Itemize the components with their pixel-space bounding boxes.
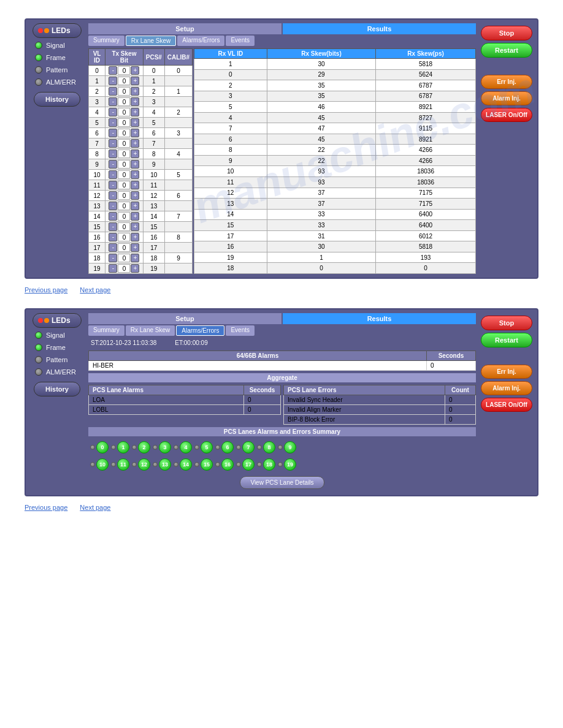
- lane-dot[interactable]: 9: [284, 441, 296, 453]
- history-button-2[interactable]: History: [34, 382, 80, 396]
- stepper-minus[interactable]: -: [109, 264, 117, 273]
- stepper-minus[interactable]: -: [109, 77, 117, 85]
- stepper-plus[interactable]: +: [131, 139, 139, 148]
- stepper-minus[interactable]: -: [109, 202, 117, 210]
- view-pcs-button[interactable]: View PCS Lane Details: [240, 476, 324, 489]
- leds-button-1[interactable]: LEDs: [33, 23, 82, 38]
- stepper-minus[interactable]: -: [109, 139, 117, 148]
- stepper-minus[interactable]: -: [109, 233, 117, 241]
- stepper-minus[interactable]: -: [109, 160, 117, 169]
- tab-events-1[interactable]: Events: [226, 36, 255, 46]
- stepper-plus[interactable]: +: [131, 129, 139, 137]
- lane-dot[interactable]: 10: [96, 458, 109, 471]
- history-button-1[interactable]: History: [34, 92, 80, 107]
- stepper-plus[interactable]: +: [131, 264, 139, 273]
- stepper-minus[interactable]: -: [109, 97, 117, 106]
- err-inj-button-2[interactable]: Err Inj.: [481, 365, 532, 379]
- laser-onoff-button-1[interactable]: LASER On/Off: [481, 108, 532, 122]
- sidebar-item-frame-2[interactable]: Frame: [33, 343, 82, 352]
- lane-dot[interactable]: 6: [221, 441, 234, 453]
- restart-button-2[interactable]: Restart: [481, 333, 532, 347]
- tab-alarms-1[interactable]: Alarms/Errors: [177, 36, 224, 46]
- stop-button-1[interactable]: Stop: [481, 26, 532, 40]
- footer-1-link2[interactable]: Next page: [80, 286, 110, 294]
- sidebar-item-almerr-1[interactable]: ALM/ERR: [33, 77, 82, 87]
- stepper-plus[interactable]: +: [131, 77, 139, 85]
- lane-dot[interactable]: 4: [180, 441, 192, 453]
- lane-dot[interactable]: 12: [138, 458, 150, 471]
- stepper-plus[interactable]: +: [131, 233, 139, 241]
- stepper-minus[interactable]: -: [109, 222, 117, 231]
- footer-1-link1[interactable]: Previous page: [25, 286, 67, 294]
- restart-button-1[interactable]: Restart: [481, 43, 532, 58]
- alarm-inj-button-2[interactable]: Alarm Inj.: [481, 381, 532, 395]
- stepper-plus[interactable]: +: [131, 243, 139, 252]
- stepper-plus[interactable]: +: [131, 222, 139, 231]
- footer-2-link1[interactable]: Previous page: [25, 504, 67, 511]
- stepper-minus[interactable]: -: [109, 191, 117, 200]
- lane-dot[interactable]: 3: [159, 441, 171, 453]
- stop-button-2[interactable]: Stop: [481, 316, 532, 330]
- stepper-minus[interactable]: -: [109, 212, 117, 221]
- lane-dot[interactable]: 17: [242, 458, 255, 471]
- footer-2-link2[interactable]: Next page: [80, 504, 110, 511]
- stepper-plus[interactable]: +: [131, 150, 139, 158]
- lane-radio: [257, 445, 262, 450]
- stepper-plus[interactable]: +: [131, 118, 139, 127]
- tab-alarms-2[interactable]: Alarms/Errors: [176, 325, 224, 336]
- tab-events-2[interactable]: Events: [226, 325, 255, 336]
- lane-dot[interactable]: 16: [221, 458, 234, 471]
- stepper-plus[interactable]: +: [131, 108, 139, 116]
- sidebar-item-pattern-1[interactable]: Pattern: [33, 65, 82, 75]
- lane-dot[interactable]: 19: [284, 458, 296, 471]
- lane-dot[interactable]: 13: [159, 458, 171, 471]
- stepper-plus[interactable]: +: [131, 212, 139, 221]
- lobl-label: LOBL: [89, 405, 243, 414]
- lane-dot[interactable]: 8: [263, 441, 275, 453]
- stepper-minus[interactable]: -: [109, 254, 117, 262]
- sidebar-item-signal-1[interactable]: Signal: [33, 40, 82, 50]
- sidebar-item-frame-1[interactable]: Frame: [33, 53, 82, 63]
- stepper-plus[interactable]: +: [131, 170, 139, 179]
- stepper-minus[interactable]: -: [109, 181, 117, 189]
- lane-dot[interactable]: 15: [201, 458, 213, 471]
- sidebar-item-almerr-2[interactable]: ALM/ERR: [33, 367, 82, 377]
- laser-onoff-button-2[interactable]: LASER On/Off: [481, 398, 532, 412]
- stepper-plus[interactable]: +: [131, 254, 139, 262]
- sidebar-item-pattern-2[interactable]: Pattern: [33, 355, 82, 365]
- stepper-minus[interactable]: -: [109, 129, 117, 137]
- stepper-plus[interactable]: +: [131, 66, 139, 75]
- sidebar-item-signal-2[interactable]: Signal: [33, 330, 82, 340]
- err-inj-button-1[interactable]: Err Inj.: [481, 75, 532, 89]
- lane-dot[interactable]: 2: [138, 441, 150, 453]
- lane-dot[interactable]: 5: [201, 441, 213, 453]
- lane-radio: [278, 462, 283, 467]
- lane-dot[interactable]: 7: [242, 441, 255, 453]
- stepper-minus[interactable]: -: [109, 170, 117, 179]
- tab-summary-2[interactable]: Summary: [88, 325, 124, 336]
- stepper-minus[interactable]: -: [109, 243, 117, 252]
- stepper-plus[interactable]: +: [131, 87, 139, 96]
- lane-dot[interactable]: 1: [117, 441, 129, 453]
- stepper-plus[interactable]: +: [131, 160, 139, 169]
- leds-button-2[interactable]: LEDs: [33, 313, 82, 328]
- stepper-plus[interactable]: +: [131, 191, 139, 200]
- stepper-plus[interactable]: +: [131, 202, 139, 210]
- tab-rx-lane-skew-1[interactable]: Rx Lane Skew: [126, 36, 176, 46]
- alarm-inj-button-1[interactable]: Alarm Inj.: [481, 91, 532, 105]
- stepper-plus[interactable]: +: [131, 97, 139, 106]
- stepper-minus[interactable]: -: [109, 108, 117, 116]
- stepper-minus[interactable]: -: [109, 66, 117, 75]
- stepper-plus[interactable]: +: [131, 181, 139, 189]
- stepper-minus[interactable]: -: [109, 118, 117, 127]
- lane-dot[interactable]: 0: [96, 441, 109, 453]
- stepper-minus[interactable]: -: [109, 87, 117, 96]
- lane-dot[interactable]: 14: [180, 458, 192, 471]
- lane-dot[interactable]: 18: [263, 458, 275, 471]
- stepper-minus[interactable]: -: [109, 150, 117, 158]
- tab-summary-1[interactable]: Summary: [88, 36, 124, 46]
- tab-rx-lane-skew-2[interactable]: Rx Lane Skew: [126, 325, 175, 336]
- table-row: 2356787: [194, 80, 476, 91]
- lane-dot[interactable]: 11: [117, 458, 129, 471]
- table-row: 16305818: [194, 241, 476, 252]
